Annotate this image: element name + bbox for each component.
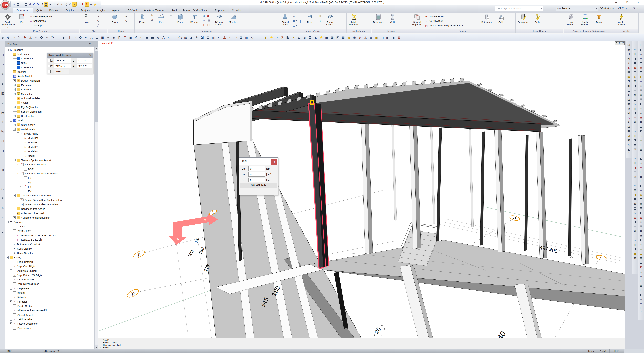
dz-input[interactable]: 0 [248,178,265,182]
tree-item-çelik-çizimleri[interactable]: ≋Çelik Çizimleri [10,246,33,251]
toolbar-icon[interactable]: ▩ [638,65,644,70]
tree-item-proje-hataları[interactable]: ▫Proje Hataları [10,260,33,264]
toolbar-icon[interactable]: ◬ [89,35,94,40]
toolbar-icon[interactable]: ◐ [227,35,233,40]
tree-item-statik-analiz[interactable]: +⍗Statik Analiz [13,123,35,127]
toolbar-icon[interactable]: ⊞ [100,35,105,40]
toolbar-icon[interactable]: ⊡ [626,134,632,138]
doseme-tool-icon[interactable]: ◰ [206,23,211,27]
temel-tool-icon[interactable]: ♠ ▾ [292,14,298,18]
scroll-down-icon[interactable]: ▼ [94,346,98,349]
tab--izimler[interactable]: Çizimler [228,8,245,13]
y-checkbox[interactable] [48,65,50,67]
toolbar-overflow-icon[interactable]: ⏵ [632,265,638,268]
toolbar-icon[interactable]: ⟁ [638,165,644,170]
arc2-aks-icon[interactable]: ↻ [96,19,101,23]
kiris-button[interactable]: N Kiriş▾ [154,13,168,26]
toolbar-icon[interactable]: ▣ [128,35,133,40]
dy-input[interactable]: 0 [248,172,265,176]
tree-expand-icon[interactable]: - [6,221,8,223]
tree-expand-icon[interactable]: + [13,93,16,95]
toolbar-icon[interactable]: ⊞ [638,97,644,102]
tab-analiz-ve-tasar-m-g-r-nt-leme[interactable]: Analiz ve Tasarım Görüntüleme [168,8,211,13]
tree-item-c25-b420c[interactable]: C25 B420C [13,56,34,61]
tree-item-yapı-düzensizlikleri[interactable]: +▫Yapı Düzensizlikleri [10,282,39,286]
toolbar-icon[interactable]: ◨ [632,165,638,170]
toolbar-icon[interactable]: ⚡ [318,35,324,40]
pin-icon[interactable]: ⚲ [89,42,91,46]
tree-expand-icon[interactable]: - [17,163,19,166]
toolbar-icon[interactable]: ⌂ [632,238,638,242]
tree-expand-icon[interactable]: + [13,124,16,126]
toolbar-icon[interactable]: ▩ [638,256,644,260]
toolbar-icon[interactable]: ⌸ [0,196,5,201]
tree-item-tasarım-spektrumu[interactable]: -⌒Tasarım Spektrumu [17,162,46,167]
toolbar-icon[interactable]: ◫ [632,206,638,210]
toolbar-icon[interactable]: ≣ [632,61,638,65]
toolbar-icon[interactable]: ◨ [632,247,638,251]
toolbar-icon[interactable]: ⊾ [296,35,302,40]
layer-list-icon[interactable]: ≔ [545,6,548,11]
toolbar-icon[interactable]: △ [638,79,644,84]
toolbar-icon[interactable]: △ [638,270,644,274]
toolbar-icon[interactable]: ⟁ [222,35,227,40]
toolbar-icon[interactable]: ▦ [324,35,330,40]
tree-item-zaman-tanım-alanı-analizi[interactable]: -Zaman Tanım Alanı Analizi [13,194,50,198]
toolbar-icon[interactable]: ⟁ [638,220,644,224]
toolbar-icon[interactable]: ◅ [33,35,39,40]
toolbar-icon[interactable]: ◭ [626,65,632,70]
tree-item-kirişler[interactable]: +▫Kirişler [10,291,25,295]
dx-input[interactable]: 0 [248,166,265,171]
toolbar-icon[interactable]: △ [638,215,644,220]
command-expand-icon[interactable]: ∨ [99,346,101,349]
toolbar-icon[interactable]: ▥ [244,35,250,40]
toolbar-icon[interactable]: ⊟ [638,251,644,256]
toolbar-icon[interactable]: ◖ [291,35,296,40]
arc-aks-icon[interactable]: ↷ [96,14,101,19]
view-v-icon[interactable]: V [621,42,624,45]
toolbar-icon[interactable]: ◫ [632,152,638,156]
toolbar-icon[interactable]: ⍰ [0,101,5,105]
tab-raporlar[interactable]: Raporlar [211,8,228,13]
secmeli-raporlar-button[interactable]: SeçmeliRaporlar ▾ [410,13,424,26]
coordinate-box-palette[interactable]: Koordinat Kutusu✕ X1183 cm L21.1 cm Y212… [47,52,93,74]
toolbar-icon[interactable]: ⊡ [626,79,632,84]
viewport-3d-scene[interactable]: 75180300127180345497 4004020AB1DEYX [98,41,626,338]
line-aks-icon[interactable]: ╱ [96,23,101,27]
tree-item-sürekli-temel[interactable]: +▫Sürekli Temel [10,313,32,317]
tree-expand-icon[interactable]: + [10,296,12,298]
toolbar-icon[interactable]: ⌂ [632,129,638,134]
toolbar-icon[interactable]: ◫ [211,35,216,40]
toolbar-icon[interactable]: ▲ [313,35,318,40]
toolbar-icon[interactable]: ◌ [0,177,5,182]
toolbar-icon[interactable]: ⌂ [632,156,638,160]
rapor-betonarme-button[interactable]: Betonarme▾ [480,13,494,26]
toolbar-icon[interactable]: ⊕ [0,35,6,40]
toolbar-icon[interactable]: ◯ [178,35,183,40]
tree-expand-icon[interactable]: - [6,48,8,51]
tree-expand-icon[interactable]: + [10,309,12,312]
toolbar-icon[interactable]: ⊞ [330,35,335,40]
toolbar-icon[interactable]: ◨ [632,192,638,197]
toolbar-icon[interactable]: ◧ [638,183,644,188]
tree-expand-icon[interactable]: - [10,53,12,56]
duvar-alt-icon[interactable]: ⌐ [124,14,128,19]
tree-item-zaman-tanım-alanı-durumları[interactable]: ∿Zaman Tanım Alanı Durumları [17,202,58,207]
style-combo[interactable]: ⊠ ⧉Standart▾ [556,6,598,12]
toolbar-icon[interactable]: △ [638,297,644,301]
toolbar-icon[interactable]: ⌂ [368,35,374,40]
toolbar-icon[interactable]: ◫ [632,124,638,129]
toolbar-icon[interactable]: ⌕ [0,216,5,220]
redo-icon[interactable]: ↷ [36,2,40,6]
toolbar-icon[interactable]: ✎ [17,35,22,40]
temel-tool-icon[interactable]: Ⅲ ▾ [292,18,298,23]
radye-tool-icon[interactable]: ◰ [318,23,322,28]
toolbar-icon[interactable]: ⊼ [280,35,285,40]
tree-expand-icon[interactable]: + [10,278,12,281]
tab--elik[interactable]: Çelik [33,8,46,13]
toolbar-icon[interactable]: ◭ [61,35,66,40]
tab-de-i-tir[interactable]: Değiştir [78,8,94,13]
toolbar-icon[interactable]: ◮ [28,35,33,40]
aks-button[interactable]: A Aks▾ [80,13,94,26]
toolbar-icon[interactable]: △ [638,160,644,165]
